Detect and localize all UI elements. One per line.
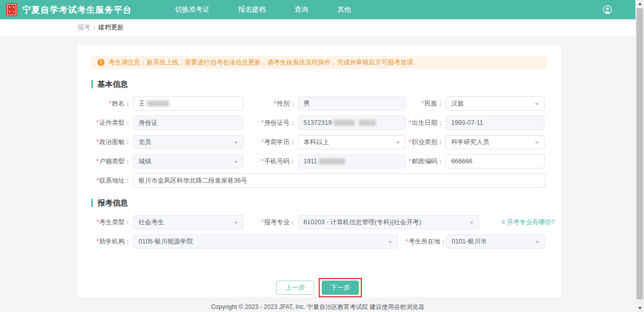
nav-item-registration-filing[interactable]: 报名建档: [239, 5, 266, 14]
birth-date-input: 1993-07-11: [446, 116, 545, 130]
name-input[interactable]: 王: [133, 96, 244, 111]
step-buttons-row: 上一步 下一步: [91, 278, 547, 297]
gender-input: 男: [298, 96, 405, 111]
previous-step-button[interactable]: 上一步: [276, 281, 314, 295]
chevron-down-icon: [535, 241, 539, 244]
location-select: 0101-银川市: [446, 234, 545, 249]
required-marker: *: [96, 158, 99, 165]
ethnicity-select[interactable]: 汉族: [446, 96, 545, 111]
breadcrumb-current: 建档更新: [98, 23, 123, 32]
field-ethnicity: *民族： 汉族: [408, 96, 545, 111]
field-candidate-type: *考生类型： 社会考生: [91, 215, 244, 229]
nav-item-query[interactable]: 查询: [295, 5, 309, 14]
form-row: *姓名： 王 *性别： 男 *民族： 汉族: [91, 96, 547, 111]
redaction-blur: [359, 120, 376, 126]
form-row: *政治面貌： 党员 *考前学历： 本科以上 *职业类别： 科学研究人员: [91, 135, 547, 149]
chevron-down-icon: [234, 161, 238, 163]
phone-input: 1911: [298, 154, 405, 168]
location-label: *考生所在地：: [405, 237, 444, 246]
required-marker: *: [409, 119, 412, 126]
id-number-label: *身份证号：: [256, 119, 296, 127]
platform-title: 宁夏自学考试考生服务平台: [22, 4, 132, 16]
top-header-bar: 宁夏自学考试考生服务平台 切换准考证 报名建档 查询 其他: [0, 0, 644, 19]
political-status-select: 党员: [133, 135, 244, 149]
field-political-status: *政治面貌： 党员: [91, 135, 244, 149]
form-row: *户籍类型： 城镇 *手机号码： 1911 *邮政编码： 666666: [91, 154, 547, 168]
required-marker: *: [261, 119, 264, 126]
copyright-footer: Copyright © 2023 - 2023 JFAT, Inc. 宁夏自治区…: [0, 303, 635, 311]
notice-text: 考生请注意：新系统上线，需要进行自考在读信息更新，请考生按系统流程操作，完成并审…: [109, 58, 420, 67]
chevron-down-icon: [396, 142, 400, 144]
required-marker: *: [409, 158, 412, 165]
required-marker: *: [96, 238, 99, 245]
required-marker: *: [109, 100, 112, 107]
required-marker: *: [96, 177, 99, 184]
education-label: *考前学历：: [256, 138, 296, 147]
field-gender: *性别： 男: [256, 96, 405, 111]
form-row: *证件类型： 身份证 *身份证号： 51372319 *出生日期： 1993-0…: [91, 116, 547, 130]
political-status-label: *政治面貌：: [91, 138, 131, 147]
address-input[interactable]: 银川市金凤区科华北路二段袁家巷36号: [133, 174, 546, 188]
field-postal-code: *邮政编码： 666666: [408, 154, 545, 168]
archive-update-form-card: ! 考生请注意：新系统上线，需要进行自考在读信息更新，请考生按系统流程操作，完成…: [77, 45, 561, 297]
occupation-label: *职业类别：: [408, 138, 444, 147]
required-marker: *: [274, 100, 277, 107]
field-id-type: *证件类型： 身份证: [91, 116, 244, 130]
field-major: *报考专业： 610203 - 计算机信息管理(专科)(社会开考): [256, 215, 479, 229]
scrollbar-up-arrow-icon[interactable]: [635, 0, 644, 8]
field-phone: *手机号码： 1911: [256, 154, 405, 168]
next-step-button[interactable]: 下一步: [322, 281, 359, 295]
breadcrumb: 报考 / 建档更新: [0, 19, 644, 37]
chevron-down-icon: [535, 103, 539, 106]
field-address: *联系地址： 银川市金凤区科华北路二段袁家巷36号: [91, 174, 546, 188]
main-nav: 切换准考证 报名建档 查询 其他: [175, 5, 380, 14]
major-label: *报考专业：: [256, 218, 296, 227]
chevron-down-icon: [535, 142, 539, 144]
field-birth-date: *出生日期： 1993-07-11: [408, 116, 545, 130]
scrollbar-thumb[interactable]: [636, 8, 643, 299]
chevron-down-icon: [234, 142, 238, 144]
section-title-exam-info: 报考信息: [91, 199, 547, 207]
breadcrumb-separator: /: [93, 24, 95, 31]
open-majors-help-link[interactable]: # 开考专业有哪些?: [501, 218, 555, 227]
occupation-select[interactable]: 科学研究人员: [446, 135, 545, 149]
nav-item-switch-admission-ticket[interactable]: 切换准考证: [175, 5, 210, 14]
required-marker: *: [261, 158, 264, 165]
field-occupation: *职业类别： 科学研究人员: [408, 135, 545, 149]
chevron-down-icon: [469, 222, 473, 224]
field-location: *考生所在地： 0101-银川市: [405, 234, 545, 249]
required-marker: *: [405, 238, 408, 245]
id-number-input: 51372319: [298, 116, 405, 130]
education-select[interactable]: 本科以上: [298, 135, 405, 149]
scrollbar-down-arrow-icon[interactable]: [635, 304, 644, 312]
nav-item-other[interactable]: 其他: [337, 5, 351, 14]
redaction-blur: [147, 100, 169, 107]
birth-date-label: *出生日期：: [408, 119, 444, 127]
phone-label: *手机号码：: [256, 157, 296, 166]
institution-label: *助学机构：: [91, 237, 131, 246]
warning-exclamation-icon: !: [97, 59, 105, 66]
chevron-down-icon: [234, 222, 238, 224]
field-id-number: *身份证号： 51372319: [256, 116, 405, 130]
postal-code-input[interactable]: 666666: [446, 154, 545, 168]
section-title-basic-info: 基本信息: [91, 80, 547, 88]
platform-logo-seal-icon: [6, 3, 17, 16]
required-marker: *: [96, 138, 99, 146]
postal-code-label: *邮政编码：: [408, 157, 444, 166]
major-select: 610203 - 计算机信息管理(专科)(社会开考): [298, 215, 479, 229]
field-household-type: *户籍类型： 城镇: [91, 154, 244, 168]
institution-select: 0105-银川能源学院: [133, 234, 398, 249]
id-type-label: *证件类型：: [91, 119, 131, 127]
name-label: *姓名：: [91, 99, 131, 108]
redaction-blur: [333, 120, 355, 126]
user-avatar-icon[interactable]: [603, 5, 612, 14]
vertical-scrollbar[interactable]: [635, 0, 644, 312]
field-institution: *助学机构： 0105-银川能源学院: [91, 234, 398, 249]
field-education: *考前学历： 本科以上: [256, 135, 405, 149]
notice-banner: ! 考生请注意：新系统上线，需要进行自考在读信息更新，请考生按系统流程操作，完成…: [91, 56, 547, 69]
redaction-blur: [319, 158, 345, 164]
required-marker: *: [422, 100, 424, 107]
breadcrumb-parent[interactable]: 报考: [78, 23, 90, 32]
field-name: *姓名： 王: [91, 96, 244, 111]
required-marker: *: [409, 138, 412, 146]
